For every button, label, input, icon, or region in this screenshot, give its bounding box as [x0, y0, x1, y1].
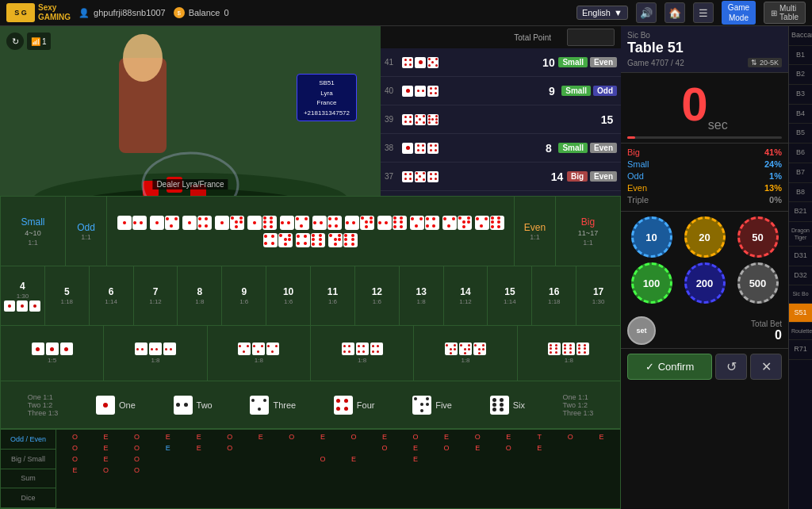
dice-combo-4-6[interactable] — [296, 233, 325, 247]
dice-combo-1-6[interactable] — [247, 216, 277, 230]
bet-die-5[interactable]: Five — [412, 396, 452, 415]
bet-number-10[interactable]: 10 1:6 — [266, 266, 311, 325]
dice-face-pair-6[interactable]: 1:8 — [518, 326, 620, 381]
language-select[interactable]: English ▼ — [576, 6, 628, 20]
history-total: 9 — [542, 85, 561, 98]
triple-stat-label: Triple — [627, 195, 649, 205]
confirm-label: Confirm — [658, 361, 695, 373]
game-list-item-r71[interactable]: R71 — [789, 340, 812, 360]
set-total-row: set Total Bet 0 — [621, 313, 788, 348]
video-placeholder: ↻ 📶 1 SB51 Lyra France +218131347572 Dea… — [0, 26, 381, 196]
game-list-item-roulette[interactable]: Roulette — [789, 323, 812, 340]
multi-table-label: Multi Table — [779, 4, 799, 21]
bet-number-15[interactable]: 15 1:14 — [488, 266, 532, 325]
game-list-item-baccarat[interactable]: Baccarat — [789, 26, 812, 46]
dice-face-pair-5[interactable]: 1:8 — [414, 326, 517, 381]
dice-combo-1-4[interactable] — [182, 216, 212, 230]
bet-number-8[interactable]: 8 1:8 — [178, 266, 222, 325]
bet-number-5[interactable]: 5 1:18 — [45, 266, 90, 325]
game-list-item-d32[interactable]: D32 — [789, 266, 812, 286]
chip-10[interactable]: 10 — [631, 216, 672, 258]
dice-face-pair-4[interactable]: 1:8 — [311, 326, 414, 381]
volume-button[interactable]: 🔊 — [636, 2, 657, 23]
menu-button[interactable]: ☰ — [693, 2, 714, 23]
dice-combo-3-5[interactable] — [442, 216, 472, 230]
history-badges: Small Odd — [561, 86, 617, 96]
bet-number-14[interactable]: 14 1:12 — [444, 266, 488, 325]
chips-panel: 10 20 50 100 200 500 — [621, 211, 788, 313]
multi-table-button[interactable]: ⊞ Multi Table — [764, 2, 806, 24]
bet-number-6[interactable]: 6 1:14 — [90, 266, 134, 325]
game-list-item-s51[interactable]: S51 — [789, 304, 812, 323]
bet-small-section[interactable]: Small 4~10 1:1 — [1, 197, 66, 266]
bet-big-section[interactable]: Big 11~17 1:1 — [555, 197, 620, 266]
chip-200[interactable]: 200 — [684, 262, 726, 304]
history-row: 40 9 — [381, 77, 621, 105]
game-list-item-sic-bo[interactable]: Sic Bo — [789, 285, 812, 303]
dice-combo-2-4[interactable] — [312, 216, 342, 230]
dice-face-pair-3[interactable]: 1:8 — [208, 326, 311, 381]
bet-die-3[interactable]: Three — [250, 396, 296, 415]
bet-die-2[interactable]: Two — [174, 396, 213, 415]
odd-stat-value: 1% — [769, 171, 782, 181]
chip-50[interactable]: 50 — [737, 216, 779, 258]
chip-500[interactable]: 500 — [737, 262, 779, 304]
game-list-item-b6[interactable]: B6 — [789, 144, 812, 163]
bet-number-7[interactable]: 7 1:12 — [134, 266, 178, 325]
video-refresh-button[interactable]: ↻ — [6, 33, 24, 50]
game-list-item-dragon-tiger[interactable]: Dragon Tiger — [789, 222, 812, 247]
coin-icon: $ — [174, 7, 185, 18]
dice-combo-1-3[interactable] — [150, 216, 179, 230]
dice-combo-5-6[interactable] — [328, 233, 358, 247]
game-list-item-b7[interactable]: B7 — [789, 163, 812, 183]
confirm-button[interactable]: ✓ Confirm — [627, 354, 712, 380]
cancel-button[interactable]: ✕ — [750, 354, 782, 380]
dice-combo-3-4[interactable] — [410, 216, 439, 230]
bet-number-4[interactable]: 4 1:30 — [1, 266, 45, 325]
dice-face-pair-1[interactable]: 1:5 — [1, 326, 104, 381]
bet-die-6[interactable]: Six — [490, 396, 525, 415]
game-list-item-b3[interactable]: B3 — [789, 85, 812, 105]
dice-combo-3-6[interactable] — [475, 216, 504, 230]
bet-die-1[interactable]: One — [96, 396, 136, 415]
bet-dice-faces-row: 1:5 1:8 — [1, 326, 620, 381]
tab-dice[interactable]: Dice — [1, 488, 56, 508]
bet-die-4[interactable]: Four — [334, 396, 375, 415]
chip-100[interactable]: 100 — [631, 262, 672, 304]
game-list-item-b4[interactable]: B4 — [789, 105, 812, 124]
big-ratio: 1:1 — [583, 239, 593, 247]
bet-number-11[interactable]: 11 1:6 — [311, 266, 355, 325]
dice-combo-2-6[interactable] — [377, 216, 407, 230]
history-badges: Small Even — [558, 57, 617, 67]
game-list-item-b5[interactable]: B5 — [789, 124, 812, 144]
game-list-item-b8[interactable]: B8 — [789, 183, 812, 203]
bet-number-16[interactable]: 16 1:18 — [532, 266, 576, 325]
dice-combo-2-3[interactable] — [280, 216, 309, 230]
tab-odd-even[interactable]: Odd / Even — [1, 430, 56, 450]
game-list-item-b2[interactable]: B2 — [789, 65, 812, 85]
game-list-item-b21[interactable]: B21 — [789, 202, 812, 222]
bet-odd-section[interactable]: Odd 1:1 — [66, 197, 107, 266]
tab-big-small[interactable]: Big / Small — [1, 450, 56, 469]
history-total: 15 — [597, 113, 617, 126]
dice-combo-4-5[interactable] — [263, 233, 293, 247]
bet-number-12[interactable]: 12 1:6 — [355, 266, 400, 325]
set-chip-button[interactable]: set — [627, 316, 656, 345]
bet-number-17[interactable]: 17 1:30 — [576, 266, 620, 325]
bet-number-13[interactable]: 13 1:8 — [400, 266, 444, 325]
dice-combo-2-5[interactable] — [345, 216, 374, 230]
bet-number-9[interactable]: 9 1:6 — [222, 266, 266, 325]
stat-odd: Odd 1% — [627, 171, 782, 181]
dice-combo-1-2[interactable] — [117, 216, 147, 230]
refresh-button[interactable]: ↺ — [715, 354, 747, 380]
dice-face-pair-2[interactable]: 1:8 — [104, 326, 207, 381]
game-mode-button[interactable]: Game Mode — [722, 1, 756, 25]
dice-combo-1-5[interactable] — [215, 216, 244, 230]
home-button[interactable]: 🏠 — [665, 2, 685, 23]
game-list-item-d31[interactable]: D31 — [789, 247, 812, 266]
game-list-item-b1[interactable]: B1 — [789, 46, 812, 66]
bet-even-section[interactable]: Even 1:1 — [514, 197, 555, 266]
history-total: 8 — [538, 142, 558, 155]
tab-sum[interactable]: Sum — [1, 469, 56, 489]
chip-20[interactable]: 20 — [684, 216, 726, 258]
